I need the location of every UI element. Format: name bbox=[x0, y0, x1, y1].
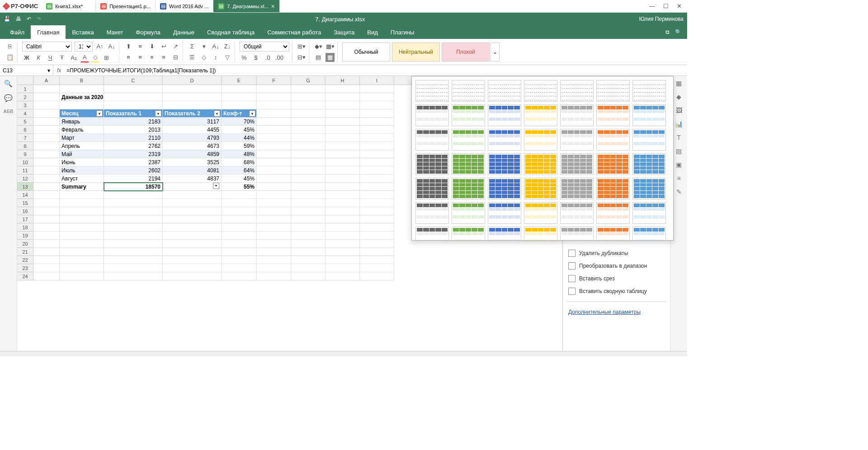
cell[interactable] bbox=[360, 109, 394, 118]
menu-Макет[interactable]: Макет bbox=[100, 25, 130, 39]
cell[interactable] bbox=[33, 183, 60, 191]
table-style-thumb[interactable] bbox=[596, 129, 630, 151]
cell[interactable] bbox=[33, 199, 60, 207]
align-top-icon[interactable]: ⬆ bbox=[124, 42, 133, 51]
cell[interactable] bbox=[104, 272, 163, 280]
cell[interactable] bbox=[360, 166, 394, 175]
table-template-icon[interactable]: ▦ bbox=[326, 53, 335, 62]
cell[interactable] bbox=[33, 134, 60, 142]
cell[interactable] bbox=[360, 101, 394, 109]
cell[interactable] bbox=[326, 134, 360, 142]
cell[interactable]: 3525 bbox=[163, 158, 222, 166]
cell[interactable] bbox=[360, 264, 394, 272]
table-style-thumb[interactable] bbox=[524, 80, 557, 102]
cell[interactable] bbox=[33, 126, 60, 134]
table-style-thumb[interactable] bbox=[415, 153, 449, 175]
cell[interactable] bbox=[60, 264, 104, 272]
cell[interactable] bbox=[33, 85, 60, 93]
cell[interactable]: Май bbox=[60, 150, 104, 158]
table-style-thumb[interactable] bbox=[524, 202, 557, 224]
cell[interactable] bbox=[360, 183, 394, 191]
cell[interactable] bbox=[326, 150, 360, 158]
sort-icon[interactable]: ↕ bbox=[211, 53, 220, 62]
row-header[interactable]: 13 bbox=[17, 183, 33, 191]
dropdown-icon[interactable]: ▾ bbox=[213, 183, 219, 189]
format-table-icon[interactable]: ▤ bbox=[314, 53, 323, 62]
cell[interactable]: Коэф-т▾ bbox=[222, 109, 257, 118]
cell[interactable] bbox=[33, 118, 60, 126]
cell[interactable] bbox=[60, 85, 104, 93]
cell[interactable] bbox=[222, 191, 257, 199]
cell[interactable] bbox=[291, 223, 326, 232]
cell[interactable]: 4081 bbox=[163, 166, 222, 175]
cell[interactable] bbox=[163, 240, 222, 248]
cell[interactable] bbox=[257, 207, 291, 215]
table-style-thumb[interactable] bbox=[560, 104, 594, 126]
cell[interactable] bbox=[326, 240, 360, 248]
open-location-icon[interactable]: ⧉ bbox=[665, 29, 670, 35]
maximize-button[interactable]: ☐ bbox=[663, 3, 669, 9]
cell[interactable] bbox=[326, 109, 360, 118]
table-style-thumb[interactable] bbox=[632, 227, 666, 241]
insert-cells-icon[interactable]: ⊞▾ bbox=[297, 42, 306, 51]
cell[interactable] bbox=[360, 256, 394, 264]
row-header[interactable]: 17 bbox=[17, 215, 33, 223]
cell[interactable] bbox=[326, 207, 360, 215]
row-header[interactable]: 1 bbox=[17, 85, 33, 93]
cell[interactable] bbox=[360, 191, 394, 199]
table-style-thumb[interactable] bbox=[560, 80, 594, 102]
cell[interactable] bbox=[222, 215, 257, 223]
cell[interactable] bbox=[104, 223, 163, 232]
fill-down-icon[interactable]: ▾ bbox=[199, 42, 208, 51]
align-middle-icon[interactable]: ≡ bbox=[136, 42, 145, 51]
cell[interactable] bbox=[257, 118, 291, 126]
cell[interactable]: Месяц▾ bbox=[60, 109, 104, 118]
cell[interactable]: Июль bbox=[60, 166, 104, 175]
table-style-thumb[interactable] bbox=[488, 178, 521, 199]
cell[interactable] bbox=[163, 191, 222, 199]
cell[interactable] bbox=[163, 93, 222, 101]
cell[interactable] bbox=[163, 232, 222, 240]
cell[interactable] bbox=[291, 175, 326, 183]
undo-icon[interactable]: ↶ bbox=[27, 16, 31, 22]
cell[interactable] bbox=[257, 142, 291, 150]
table-style-thumb[interactable] bbox=[524, 104, 557, 126]
cell[interactable] bbox=[104, 248, 163, 256]
cell[interactable] bbox=[104, 264, 163, 272]
cell[interactable]: 2602 bbox=[104, 166, 163, 175]
table-style-thumb[interactable] bbox=[415, 129, 449, 151]
table-style-thumb[interactable] bbox=[560, 227, 594, 241]
table-style-thumb[interactable] bbox=[415, 80, 449, 102]
row-header[interactable]: 10 bbox=[17, 158, 33, 166]
cell[interactable]: 2319 bbox=[104, 150, 163, 158]
cell[interactable] bbox=[291, 215, 326, 223]
cell[interactable] bbox=[222, 256, 257, 264]
align-justify-icon[interactable]: ≡ bbox=[159, 53, 168, 62]
cell[interactable] bbox=[360, 126, 394, 134]
row-header[interactable]: 6 bbox=[17, 126, 33, 134]
cell[interactable] bbox=[33, 264, 60, 272]
cell[interactable]: 4837 bbox=[163, 175, 222, 183]
cell[interactable] bbox=[326, 158, 360, 166]
cell[interactable]: 70% bbox=[222, 118, 257, 126]
cell[interactable] bbox=[33, 223, 60, 232]
cell[interactable] bbox=[257, 240, 291, 248]
cell[interactable] bbox=[257, 175, 291, 183]
cell[interactable] bbox=[104, 191, 163, 199]
cell[interactable]: 4793 bbox=[163, 134, 222, 142]
cell[interactable]: 2762 bbox=[104, 142, 163, 150]
style-expand-button[interactable]: ⌄ bbox=[491, 43, 500, 62]
sort-asc-icon[interactable]: A↓ bbox=[211, 42, 220, 51]
cell[interactable] bbox=[291, 191, 326, 199]
cell[interactable] bbox=[33, 191, 60, 199]
cell[interactable] bbox=[257, 101, 291, 109]
cell[interactable] bbox=[326, 223, 360, 232]
insert-slicer-action[interactable]: Вставить срез bbox=[566, 272, 666, 285]
cell[interactable] bbox=[60, 240, 104, 248]
cell[interactable]: Summary bbox=[60, 183, 104, 191]
row-header[interactable]: 16 bbox=[17, 207, 33, 215]
row-header[interactable]: 4 bbox=[17, 109, 33, 118]
cell[interactable] bbox=[257, 272, 291, 280]
column-header[interactable]: B bbox=[60, 76, 104, 85]
cell[interactable] bbox=[222, 199, 257, 207]
